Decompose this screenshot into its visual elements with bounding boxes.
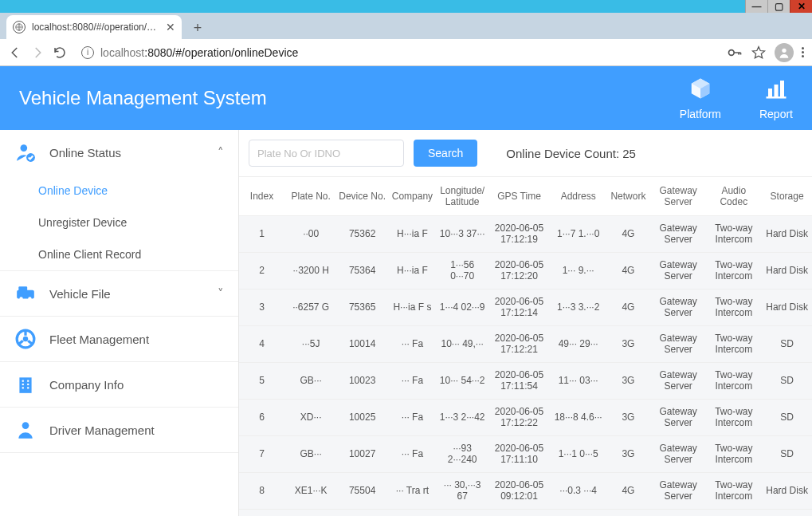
cell-net: 4G bbox=[606, 215, 651, 252]
table-row[interactable]: 8XE1···K75504··· Tra rt··· 30,···3 67202… bbox=[239, 472, 812, 509]
svg-point-11 bbox=[28, 297, 31, 300]
window-maximize-button[interactable]: ▢ bbox=[767, 0, 790, 13]
cell-plate: ··00 bbox=[284, 215, 337, 252]
bookmark-icon[interactable] bbox=[751, 45, 767, 61]
svg-rect-3 bbox=[768, 89, 772, 97]
cell-devno: 75362 bbox=[337, 215, 387, 252]
col-codec: Audio Codec bbox=[705, 177, 762, 215]
col-address: Address bbox=[551, 177, 605, 215]
search-input[interactable] bbox=[249, 140, 404, 167]
cell-storage: SD bbox=[762, 435, 812, 472]
person-check-icon bbox=[14, 141, 37, 163]
cell-gps: 2020-06-05 17:12:20 bbox=[488, 252, 551, 289]
url-text: localhost:8080/#/operation/onlineDevice bbox=[100, 46, 298, 59]
steering-wheel-icon bbox=[14, 328, 37, 350]
col-plate: Plate No. bbox=[284, 177, 337, 215]
sidebar-section-driver-management[interactable]: Driver Management bbox=[0, 408, 238, 452]
cell-addr: 1···3 3.···2 bbox=[551, 289, 605, 325]
cell-lonlat: 10··· 54···2 bbox=[437, 362, 488, 399]
cell-company: H···ia F bbox=[387, 252, 437, 289]
cell-codec: Two-way Intercom bbox=[705, 435, 762, 472]
tab-close-icon[interactable]: ✕ bbox=[166, 21, 175, 33]
svg-rect-12 bbox=[18, 286, 27, 290]
cell-lonlat: 1···56 0···70 bbox=[437, 252, 488, 289]
cell-gw: Gateway Server bbox=[651, 472, 705, 509]
cell-lonlat: ···93 2···240 bbox=[437, 435, 488, 472]
svg-rect-21 bbox=[27, 387, 29, 388]
sidebar-item-online-client-record[interactable]: Online Client Record bbox=[0, 238, 238, 270]
search-button[interactable]: Search bbox=[414, 140, 477, 167]
sidebar-section-company-info[interactable]: Company Info bbox=[0, 362, 238, 407]
platform-link[interactable]: Platform bbox=[680, 77, 721, 120]
cell-addr: ···0.3 ···4 bbox=[551, 472, 605, 509]
svg-rect-18 bbox=[22, 384, 24, 385]
cell-lonlat: 10··· 49,··· bbox=[437, 325, 488, 362]
svg-rect-4 bbox=[774, 85, 778, 97]
forward-button[interactable] bbox=[30, 45, 45, 60]
site-info-icon[interactable]: i bbox=[81, 46, 94, 59]
cell-addr: 18···8 4.6··· bbox=[551, 399, 605, 435]
svg-point-1 bbox=[729, 49, 735, 55]
sidebar-section-fleet-management[interactable]: Fleet Management bbox=[0, 317, 238, 361]
svg-rect-17 bbox=[27, 380, 29, 382]
table-header-row: Index Plate No. Device No. Company Longi… bbox=[239, 177, 812, 215]
cell-codec: Two-way Intercom bbox=[705, 252, 762, 289]
back-button[interactable] bbox=[8, 45, 22, 60]
svg-rect-6 bbox=[766, 97, 786, 99]
cell-gps: 2020-06-05 17:12:21 bbox=[488, 325, 551, 362]
new-tab-button[interactable]: + bbox=[186, 17, 209, 39]
col-network: Network bbox=[606, 177, 651, 215]
address-bar[interactable]: i localhost:8080/#/operation/onlineDevic… bbox=[75, 46, 719, 59]
report-link[interactable]: Report bbox=[759, 77, 793, 120]
chevron-up-icon: ˄ bbox=[218, 145, 224, 160]
sidebar-section-vehicle-file[interactable]: Vehicle File ˅ bbox=[0, 271, 238, 316]
table-row[interactable]: 7GB···10027··· Fa···93 2···2402020-06-05… bbox=[239, 435, 812, 472]
menu-icon[interactable] bbox=[802, 47, 804, 57]
window-minimize-button[interactable]: — bbox=[745, 0, 767, 13]
table-row[interactable]: 3··6257 G75365H···ia F s1···4 02···92020… bbox=[239, 289, 812, 325]
chevron-down-icon: ˅ bbox=[218, 286, 224, 301]
svg-point-14 bbox=[23, 337, 29, 342]
table-row[interactable]: 4···5J10014··· Fa10··· 49,···2020-06-05 … bbox=[239, 325, 812, 362]
table-row[interactable]: 5GB···10023··· Fa10··· 54···22020-06-05 … bbox=[239, 362, 812, 399]
cell-index: 3 bbox=[239, 289, 284, 325]
cell-codec: Two-way Intercom bbox=[705, 472, 762, 509]
app-header: Vehicle Management System Platform Repor… bbox=[0, 66, 812, 130]
cell-index: 7 bbox=[239, 435, 284, 472]
cell-lonlat: 10···3 37··· bbox=[437, 215, 488, 252]
cell-codec: Two-way Intercom bbox=[705, 215, 762, 252]
cell-devno: 75504 bbox=[337, 472, 387, 509]
col-gateway: Gateway Server bbox=[651, 177, 705, 215]
cell-index: 5 bbox=[239, 362, 284, 399]
svg-point-2 bbox=[782, 48, 786, 52]
table-row[interactable]: 6XD···10025··· Fa1···3 2···422020-06-05 … bbox=[239, 399, 812, 435]
cell-company: ··· Fa bbox=[387, 399, 437, 435]
cell-addr: 1···1 0···5 bbox=[551, 435, 605, 472]
sidebar-section-label: Company Info bbox=[49, 378, 124, 392]
cell-gw: Gateway Server bbox=[651, 215, 705, 252]
cell-addr: 1···7 1.···0 bbox=[551, 215, 605, 252]
saved-password-icon[interactable] bbox=[727, 45, 743, 61]
cell-storage: SD bbox=[762, 325, 812, 362]
cell-gw: Gateway Server bbox=[651, 252, 705, 289]
cell-net: 3G bbox=[606, 435, 651, 472]
cell-index: 1 bbox=[239, 215, 284, 252]
table-row[interactable]: 2··3200 H75364H···ia F1···56 0···702020-… bbox=[239, 252, 812, 289]
sidebar-item-unregister-device[interactable]: Unregister Device bbox=[0, 207, 238, 238]
reload-button[interactable] bbox=[53, 45, 67, 60]
cell-codec: Two-way Intercom bbox=[705, 289, 762, 325]
globe-icon bbox=[13, 21, 25, 33]
tab-title: localhost:8080/#/operation/onlin bbox=[32, 22, 159, 33]
cell-storage: SD bbox=[762, 362, 812, 399]
cell-gps: 2020-06-05 17:11:10 bbox=[488, 435, 551, 472]
sidebar-item-online-device[interactable]: Online Device bbox=[0, 175, 238, 207]
device-table[interactable]: Index Plate No. Device No. Company Longi… bbox=[239, 176, 812, 516]
table-row[interactable]: 1··0075362H···ia F10···3 37···2020-06-05… bbox=[239, 215, 812, 252]
profile-avatar[interactable] bbox=[775, 43, 794, 62]
window-close-button[interactable]: ✕ bbox=[790, 0, 812, 13]
cell-net: 4G bbox=[606, 472, 651, 509]
sidebar-section-online-status[interactable]: Online Status ˄ bbox=[0, 130, 238, 175]
cell-plate: GB··· bbox=[284, 362, 337, 399]
browser-tab[interactable]: localhost:8080/#/operation/onlin ✕ bbox=[6, 15, 182, 39]
sidebar-section-label: Vehicle File bbox=[49, 287, 111, 301]
